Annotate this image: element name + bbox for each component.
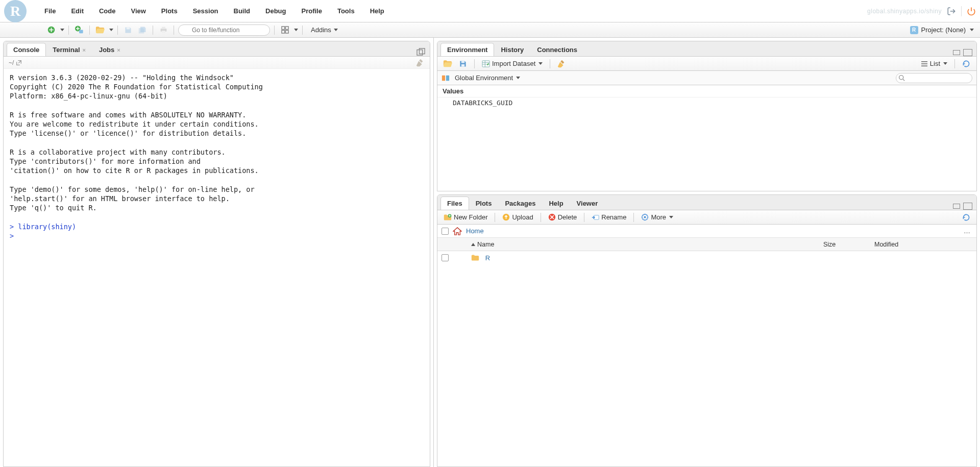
new-project-icon[interactable] <box>73 24 85 36</box>
pane-minimize-icon[interactable] <box>953 204 960 209</box>
refresh-env-icon[interactable] <box>960 58 972 69</box>
tab-console-label: Console <box>13 46 39 54</box>
menu-build[interactable]: Build <box>226 0 258 22</box>
row-checkbox[interactable] <box>442 254 449 261</box>
menu-debug[interactable]: Debug <box>258 0 293 22</box>
load-workspace-icon[interactable] <box>442 58 454 69</box>
home-icon[interactable] <box>453 227 462 235</box>
svg-point-33 <box>644 216 646 218</box>
pane-maximize-icon[interactable] <box>963 203 972 210</box>
new-file-dropdown-icon[interactable] <box>60 29 64 31</box>
clear-workspace-icon[interactable] <box>555 58 568 69</box>
tab-terminal-label: Terminal <box>53 46 80 54</box>
menu-edit[interactable]: Edit <box>63 0 91 22</box>
chevron-down-icon <box>943 62 947 65</box>
svg-rect-24 <box>442 75 445 81</box>
tab-packages[interactable]: Packages <box>498 196 542 210</box>
tab-connections[interactable]: Connections <box>530 43 584 56</box>
menu-code[interactable]: Code <box>91 0 124 22</box>
tab-plots[interactable]: Plots <box>469 196 499 210</box>
upload-label: Upload <box>512 213 533 221</box>
menu-session[interactable]: Session <box>185 0 226 22</box>
search-icon <box>898 75 905 81</box>
refresh-files-icon[interactable] <box>960 212 972 223</box>
save-all-icon[interactable] <box>136 24 149 36</box>
pane-popout-icon[interactable] <box>416 48 426 56</box>
grid-view-icon[interactable] <box>279 24 291 36</box>
col-size[interactable]: Size <box>823 241 874 248</box>
tab-console[interactable]: Console <box>7 43 46 56</box>
menu-help[interactable]: Help <box>362 0 392 22</box>
save-icon[interactable] <box>122 24 134 36</box>
breadcrumb-more-icon[interactable]: … <box>962 227 972 235</box>
select-all-checkbox[interactable] <box>442 228 449 235</box>
svg-rect-4 <box>79 30 83 34</box>
file-name[interactable]: R <box>485 254 490 262</box>
files-header: Name Size Modified <box>437 238 976 251</box>
svg-rect-9 <box>281 27 284 30</box>
path-popout-icon[interactable] <box>16 60 22 66</box>
save-workspace-icon[interactable] <box>457 58 469 69</box>
svg-rect-16 <box>461 64 464 66</box>
menu-tools[interactable]: Tools <box>330 0 362 22</box>
signout-icon[interactable] <box>947 7 956 16</box>
upload-button[interactable]: Upload <box>500 213 535 221</box>
project-dropdown-icon[interactable] <box>970 29 974 31</box>
svg-rect-10 <box>285 27 288 30</box>
tab-viewer[interactable]: Viewer <box>570 196 605 210</box>
tab-connections-label: Connections <box>537 46 577 54</box>
new-file-icon[interactable] <box>45 24 57 36</box>
print-icon[interactable] <box>157 24 169 36</box>
close-icon[interactable]: × <box>83 47 86 53</box>
chevron-down-icon <box>669 216 673 218</box>
breadcrumb-home[interactable]: Home <box>466 227 484 235</box>
menu-profile[interactable]: Profile <box>293 0 329 22</box>
tab-environment[interactable]: Environment <box>440 43 494 56</box>
menu-plots[interactable]: Plots <box>154 0 185 22</box>
svg-rect-11 <box>281 30 284 33</box>
tab-viewer-label: Viewer <box>577 200 598 207</box>
tab-files[interactable]: Files <box>440 196 469 210</box>
grid-view-dropdown-icon[interactable] <box>294 29 298 31</box>
addins-label: Addins <box>311 26 331 34</box>
pane-maximize-icon[interactable] <box>963 49 972 56</box>
power-icon[interactable] <box>967 7 976 16</box>
tab-help[interactable]: Help <box>542 196 570 210</box>
goto-file-input[interactable] <box>178 24 270 36</box>
import-dataset-label: Import Dataset <box>492 60 535 67</box>
rename-label: Rename <box>601 213 626 221</box>
env-search-input[interactable] <box>896 73 972 83</box>
rename-button[interactable]: Rename <box>590 213 628 221</box>
tab-jobs[interactable]: Jobs× <box>92 43 127 56</box>
delete-label: Delete <box>558 213 577 221</box>
col-name[interactable]: Name <box>453 241 823 248</box>
env-row[interactable]: DATABRICKS_GUID <box>437 97 976 108</box>
more-button[interactable]: More <box>639 213 675 221</box>
project-label[interactable]: Project: (None) <box>921 26 966 34</box>
env-var-name: DATABRICKS_GUID <box>443 99 545 107</box>
tab-terminal[interactable]: Terminal× <box>46 43 92 56</box>
new-folder-button[interactable]: New Folder <box>442 213 489 221</box>
menu-file[interactable]: File <box>37 0 63 22</box>
clear-console-icon[interactable] <box>415 58 425 67</box>
tab-jobs-label: Jobs <box>99 46 114 54</box>
col-modified[interactable]: Modified <box>874 241 976 248</box>
pane-minimize-icon[interactable] <box>953 50 960 55</box>
env-view-mode[interactable]: List <box>919 60 949 67</box>
tab-history[interactable]: History <box>494 43 530 56</box>
delete-button[interactable]: Delete <box>546 213 579 221</box>
console-pane: Console Terminal× Jobs× ~/ R version 3 <box>3 41 430 467</box>
open-recent-dropdown-icon[interactable] <box>109 29 113 31</box>
addins-menu[interactable]: Addins <box>311 26 338 34</box>
console-body[interactable]: R version 3.6.3 (2020-02-29) -- "Holding… <box>4 69 430 466</box>
env-scope-selector[interactable]: Global Environment <box>453 74 522 82</box>
open-file-icon[interactable] <box>94 24 106 36</box>
file-row[interactable]: R <box>437 251 976 264</box>
new-folder-label: New Folder <box>454 213 487 221</box>
chevron-down-icon <box>516 77 520 79</box>
more-label: More <box>651 213 666 221</box>
env-tabs: Environment History Connections <box>437 41 976 57</box>
close-icon[interactable]: × <box>117 47 120 53</box>
import-dataset-button[interactable]: Import Dataset <box>480 60 545 67</box>
menu-view[interactable]: View <box>123 0 153 22</box>
